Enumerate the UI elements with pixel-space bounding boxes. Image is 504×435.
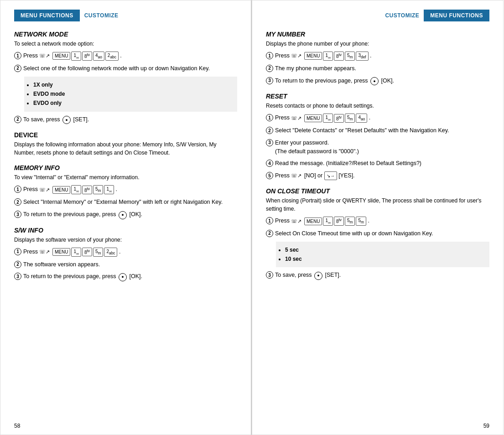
- memory-info-title: MEMORY INFO: [14, 164, 237, 171]
- device-desc: Displays the following information about…: [14, 140, 237, 157]
- on-close-timeout-bullets: 5 sec 10 sec: [276, 242, 489, 268]
- left-menu-functions-label: MENU FUNCTIONS: [14, 10, 80, 21]
- network-mode-section: NETWORK MODE To select a network mode op…: [14, 31, 237, 124]
- memory-info-step1: 1 Press ☏↗ MENU 1₀₀ 8tv 5m 1₀₀ .: [14, 185, 237, 194]
- memory-info-step3: 3 To return to the previous page, press …: [14, 210, 237, 219]
- reset-step1: 1 Press ☏↗ MENU 1₀₀ 8tv 5m 4ao .: [266, 114, 489, 123]
- device-title: DEVICE: [14, 131, 237, 139]
- reset-title: RESET: [266, 93, 489, 100]
- network-mode-bullets: 1X only EVDO mode EVDO only: [24, 77, 237, 112]
- reset-desc: Resets contacts or phone to default sett…: [266, 102, 489, 110]
- my-number-step3: 3 To return to the previous page, press …: [266, 77, 489, 86]
- right-menu-functions-label: MENU FUNCTIONS: [424, 10, 489, 21]
- sw-info-section: S/W INFO Displays the software version o…: [14, 227, 237, 281]
- network-mode-step1: 1 Press ☏↗ MENU 1₀₀ 8tv 4ao 2abc .: [14, 52, 237, 61]
- on-close-timeout-step2: 2 Select On Close Timeout time with up o…: [266, 229, 489, 238]
- right-customize-label: CUSTOMIZE: [380, 10, 424, 21]
- memory-info-step2: 2 Select "Internal Memory" or "External …: [14, 198, 237, 207]
- network-mode-step2: 2 Select one of the following network mo…: [14, 64, 237, 73]
- right-header: CUSTOMIZE MENU FUNCTIONS: [266, 10, 489, 21]
- my-number-desc: Displays the phone number of your phone:: [266, 40, 489, 48]
- step1-num: 1: [14, 52, 21, 59]
- my-number-step2: 2 The my phone number appears.: [266, 64, 489, 73]
- reset-step3: 3 Enter your password.(The default passw…: [266, 139, 489, 156]
- save-step-num: 2: [14, 116, 21, 123]
- my-number-section: MY NUMBER Displays the phone number of y…: [266, 31, 489, 85]
- sw-info-step2: 2 The software version appears.: [14, 260, 237, 269]
- network-mode-desc: To select a network mode option:: [14, 40, 237, 48]
- bullet-evdo-only: EVDO only: [33, 98, 232, 108]
- reset-step4: 4 Read the message. (Initialize?/Reset t…: [266, 159, 489, 168]
- on-close-timeout-title: ON CLOSE TIMEOUT: [266, 187, 489, 195]
- my-number-step1: 1 Press ☏↗ MENU 1₀₀ 8tv 5m 3def .: [266, 52, 489, 61]
- memory-info-desc: To view "Internal" or "External" memory …: [14, 173, 237, 181]
- page-container: MENU FUNCTIONS CUSTOMIZE NETWORK MODE To…: [0, 0, 504, 435]
- memory-info-section: MEMORY INFO To view "Internal" or "Exter…: [14, 164, 237, 219]
- on-close-timeout-save-step: 3 To save, press ● [SET].: [266, 271, 489, 280]
- reset-step5: 5 Press ☏↗ [NO] or ↘→ [YES].: [266, 171, 489, 180]
- sw-info-title: S/W INFO: [14, 227, 237, 234]
- on-close-timeout-step1: 1 Press ☏↗ MENU 1₀₀ 8tv 5m 5m .: [266, 217, 489, 226]
- left-customize-label: CUSTOMIZE: [80, 10, 123, 21]
- reset-step2: 2 Select "Delete Contacts" or "Reset Def…: [266, 126, 489, 135]
- network-mode-title: NETWORK MODE: [14, 31, 237, 38]
- page-right: CUSTOMIZE MENU FUNCTIONS MY NUMBER Displ…: [252, 0, 504, 435]
- sw-info-step3: 3 To return to the previous page, press …: [14, 272, 237, 281]
- bullet-1x-only: 1X only: [33, 80, 232, 89]
- on-close-timeout-section: ON CLOSE TIMEOUT When closing (Portrait)…: [266, 187, 489, 280]
- reset-section: RESET Resets contacts or phone to defaul…: [266, 93, 489, 180]
- bullet-5sec: 5 sec: [285, 245, 484, 254]
- my-number-title: MY NUMBER: [266, 31, 489, 38]
- sw-info-step1: 1 Press ☏↗ MENU 1₀₀ 8tv 5m 2abc .: [14, 248, 237, 257]
- bullet-10sec: 10 sec: [285, 254, 484, 264]
- sw-info-desc: Displays the software version of your ph…: [14, 236, 237, 244]
- on-close-timeout-desc: When closing (Portrait) slide or QWERTY …: [266, 197, 489, 213]
- left-header: MENU FUNCTIONS CUSTOMIZE: [14, 10, 237, 21]
- network-mode-save-step: 2 To save, press ● [SET].: [14, 115, 237, 124]
- right-page-number: 59: [483, 423, 489, 429]
- device-section: DEVICE Displays the following informatio…: [14, 131, 237, 157]
- left-page-number: 58: [14, 423, 20, 429]
- page-left: MENU FUNCTIONS CUSTOMIZE NETWORK MODE To…: [0, 0, 252, 435]
- bullet-evdo-mode: EVDO mode: [33, 89, 232, 98]
- step2-num: 2: [14, 65, 21, 72]
